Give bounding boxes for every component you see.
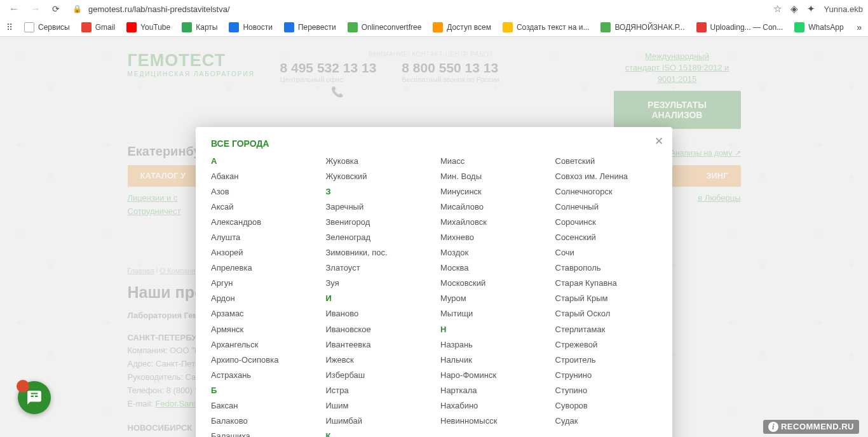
city-option[interactable]: Жуковка: [326, 154, 428, 169]
star-icon[interactable]: ☆: [773, 3, 782, 15]
bookmark-label: Перевести: [298, 23, 336, 32]
city-option[interactable]: Мин. Воды: [440, 169, 543, 184]
city-option[interactable]: Армянск: [211, 322, 313, 337]
city-option[interactable]: Ступино: [555, 383, 658, 398]
city-option[interactable]: Совхоз им. Ленина: [555, 169, 658, 184]
profile-label[interactable]: Yunna.ekb: [824, 4, 863, 14]
city-option[interactable]: Наро-Фоминск: [440, 368, 543, 383]
apps-icon[interactable]: ⠿: [6, 22, 13, 32]
city-option[interactable]: Назрань: [440, 337, 543, 353]
city-option[interactable]: Архангельск: [211, 337, 313, 353]
city-option[interactable]: Сочи: [555, 245, 658, 260]
city-option[interactable]: Нахабино: [440, 398, 543, 413]
city-option[interactable]: Звенигород: [326, 215, 428, 230]
city-option[interactable]: Ивановское: [326, 322, 428, 337]
city-option[interactable]: Стрежевой: [555, 337, 658, 353]
city-option[interactable]: Заречный: [326, 199, 428, 215]
bookmark-favicon: [229, 22, 239, 32]
city-option[interactable]: Солнечный: [555, 199, 658, 215]
forward-icon[interactable]: →: [27, 2, 44, 16]
city-option[interactable]: Златоуст: [326, 260, 428, 276]
city-option[interactable]: Алушта: [211, 230, 313, 245]
city-option[interactable]: Александров: [211, 215, 313, 230]
city-option[interactable]: Зуя: [326, 276, 428, 291]
bookmark-item[interactable]: Onlineconvertfree: [348, 22, 422, 32]
chat-button[interactable]: [18, 381, 51, 414]
city-option[interactable]: Аргун: [211, 276, 313, 291]
watermark: iRECOMMEND.RU: [763, 420, 859, 434]
city-option[interactable]: Строитель: [555, 353, 658, 368]
city-option[interactable]: Сосенский: [555, 230, 658, 245]
city-option[interactable]: Моздок: [440, 245, 543, 260]
bookmark-item[interactable]: Новости: [229, 22, 272, 32]
city-option[interactable]: Балашиха: [211, 429, 313, 437]
city-option[interactable]: Старый Крым: [555, 291, 658, 306]
bookmark-item[interactable]: YouTube: [126, 22, 170, 32]
city-option[interactable]: Нарткала: [440, 383, 543, 398]
city-option[interactable]: Апрелевка: [211, 260, 313, 276]
city-option[interactable]: Анзорей: [211, 245, 313, 260]
modal-title: ВСЕ ГОРОДА: [211, 138, 657, 149]
city-option[interactable]: Мисайлово: [440, 199, 543, 215]
reload-icon[interactable]: ⟳: [48, 3, 64, 15]
city-option[interactable]: Иваново: [326, 306, 428, 321]
city-option[interactable]: Ардон: [211, 291, 313, 306]
city-option[interactable]: Балаково: [211, 413, 313, 429]
city-option[interactable]: Старый Оскол: [555, 306, 658, 321]
bookmark-item[interactable]: Gmail: [81, 22, 115, 32]
city-column-1: ААбаканАзовАксайАлександровАлуштаАнзорей…: [211, 154, 313, 437]
back-icon[interactable]: ←: [5, 2, 23, 16]
city-option[interactable]: Стерлитамак: [555, 322, 658, 337]
url-bar[interactable]: gemotest.ru/lab/nashi-predstavitelstva/: [86, 4, 770, 14]
bookmark-item[interactable]: ВОДЯНОЙЗНАК.Р...: [600, 22, 684, 32]
extension-icon[interactable]: ✦: [807, 3, 815, 15]
city-option[interactable]: Баксан: [211, 398, 313, 413]
bookmark-item[interactable]: Создать текст на и...: [503, 22, 590, 32]
city-option[interactable]: Ишим: [326, 398, 428, 413]
city-option[interactable]: Астрахань: [211, 368, 313, 383]
city-option[interactable]: Михайловск: [440, 215, 543, 230]
city-option[interactable]: Минусинск: [440, 184, 543, 199]
city-option[interactable]: Муром: [440, 291, 543, 306]
bookmark-favicon: [284, 22, 294, 32]
city-option[interactable]: Архипо-Осиповка: [211, 353, 313, 368]
city-option[interactable]: Михнево: [440, 230, 543, 245]
bookmark-item[interactable]: Uploading... — Con...: [696, 22, 783, 32]
city-option[interactable]: Нальчик: [440, 353, 543, 368]
city-option[interactable]: Ишимбай: [326, 413, 428, 429]
city-option[interactable]: Ивантеевка: [326, 337, 428, 353]
city-option[interactable]: Старая Купавна: [555, 276, 658, 291]
city-option[interactable]: Солнечногорск: [555, 184, 658, 199]
city-option[interactable]: Ижевск: [326, 353, 428, 368]
close-icon[interactable]: ✕: [654, 135, 663, 148]
bookmark-item[interactable]: Сервисы: [24, 22, 70, 32]
city-option[interactable]: Аксай: [211, 199, 313, 215]
city-option[interactable]: Москва: [440, 260, 543, 276]
city-option[interactable]: Жуковский: [326, 169, 428, 184]
city-option[interactable]: Судак: [555, 413, 658, 429]
bookmark-favicon: [182, 22, 192, 32]
city-option[interactable]: Ставрополь: [555, 260, 658, 276]
city-option[interactable]: Избербаш: [326, 368, 428, 383]
city-option[interactable]: Струнино: [555, 368, 658, 383]
bookmark-overflow-icon[interactable]: »: [857, 22, 862, 32]
bookmark-item[interactable]: Перевести: [284, 22, 336, 32]
city-option[interactable]: Зеленоград: [326, 230, 428, 245]
bookmark-item[interactable]: Карты: [182, 22, 217, 32]
city-option[interactable]: Мытищи: [440, 306, 543, 321]
bookmark-item[interactable]: Доступ всем: [433, 22, 491, 32]
city-option[interactable]: Суворов: [555, 398, 658, 413]
city-option[interactable]: Московский: [440, 276, 543, 291]
city-option[interactable]: Миасс: [440, 154, 543, 169]
cube-icon[interactable]: ◈: [790, 3, 798, 15]
city-letter-heading: Н: [440, 322, 543, 337]
bookmark-item[interactable]: WhatsApp: [794, 22, 843, 32]
city-option[interactable]: Абакан: [211, 169, 313, 184]
city-option[interactable]: Зимовники, пос.: [326, 245, 428, 260]
city-option[interactable]: Сорочинск: [555, 215, 658, 230]
city-option[interactable]: Арзамас: [211, 306, 313, 321]
city-option[interactable]: Азов: [211, 184, 313, 199]
city-option[interactable]: Советский: [555, 154, 658, 169]
city-option[interactable]: Истра: [326, 383, 428, 398]
city-option[interactable]: Невинномысск: [440, 413, 543, 429]
